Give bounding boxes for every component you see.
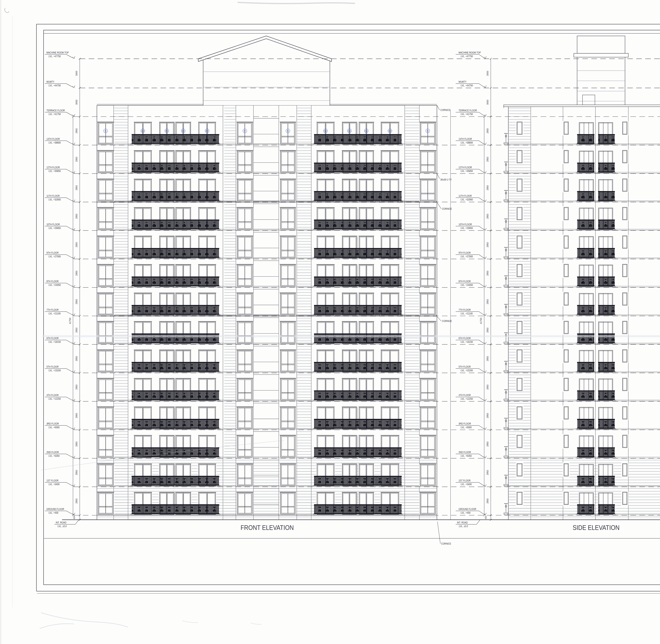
svg-text:DW2: DW2 (324, 130, 327, 132)
svg-text:1ST FLOOR: 1ST FLOOR (46, 479, 58, 482)
svg-text:7TH FLOOR: 7TH FLOOR (458, 308, 471, 311)
svg-text:DW1: DW1 (182, 130, 185, 132)
svg-text:TERRACE FLOOR: TERRACE FLOOR (458, 109, 477, 112)
svg-text:CORNICE: CORNICE (441, 542, 451, 545)
svg-text:7TH FLOOR: 7TH FLOOR (46, 308, 58, 311)
svg-text:LVL. +38800: LVL. +38800 (49, 141, 61, 144)
svg-text:LVL. +21100: LVL. +21100 (49, 312, 61, 315)
svg-text:6TH FLOOR: 6TH FLOOR (458, 337, 471, 340)
svg-text:CORNICE: CORNICE (442, 207, 452, 210)
svg-text:2950: 2950 (486, 385, 489, 390)
svg-text:2950: 2950 (486, 299, 489, 304)
svg-text:MUMTY: MUMTY (46, 80, 54, 83)
svg-text:LVL. +18150: LVL. +18150 (461, 341, 473, 343)
svg-text:LVL. +32900: LVL. +32900 (461, 198, 473, 201)
svg-text:13TH FLOOR: 13TH FLOOR (46, 137, 60, 140)
svg-text:LVL. +12250: LVL. +12250 (49, 397, 61, 400)
svg-text:LVL. +24050: LVL. +24050 (461, 283, 473, 286)
svg-text:2950: 2950 (486, 242, 489, 247)
svg-text:2950: 2950 (486, 157, 489, 162)
svg-text:INT. ROAD: INT. ROAD (457, 521, 468, 524)
svg-text:30x30 U TY: 30x30 U TY (440, 178, 452, 181)
svg-text:LVL. +9300: LVL. +9300 (461, 426, 472, 429)
svg-text:5TH FLOOR: 5TH FLOOR (46, 365, 58, 368)
svg-text:2950: 2950 (75, 413, 78, 418)
svg-text:4TH FLOOR: 4TH FLOOR (458, 394, 471, 397)
svg-text:DW1: DW1 (348, 130, 351, 132)
svg-text:2950: 2950 (486, 356, 489, 361)
svg-text:W1: W1 (104, 130, 107, 132)
svg-text:CORNICE: CORNICE (440, 109, 450, 112)
svg-text:5TH FLOOR: 5TH FLOOR (458, 365, 471, 368)
svg-text:3000: 3000 (75, 100, 78, 105)
svg-text:DW2: DW2 (206, 130, 209, 132)
svg-text:LVL. +3400: LVL. +3400 (49, 483, 60, 486)
svg-text:DW1: DW1 (365, 130, 368, 132)
svg-text:9TH FLOOR: 9TH FLOOR (46, 251, 58, 254)
svg-text:DW1: DW1 (165, 130, 168, 132)
svg-text:LVL. +44750: LVL. +44750 (461, 84, 473, 87)
svg-text:MACHINE ROOM TOP: MACHINE ROOM TOP (458, 51, 481, 54)
svg-text:4TH FLOOR: 4TH FLOOR (46, 394, 58, 397)
svg-text:2950: 2950 (75, 185, 78, 190)
svg-text:11TH FLOOR: 11TH FLOOR (46, 194, 60, 198)
svg-text:2950: 2950 (75, 271, 78, 276)
svg-text:2950: 2950 (75, 442, 78, 446)
svg-text:6TH FLOOR: 6TH FLOOR (46, 337, 58, 340)
svg-text:GROUND FLOOR: GROUND FLOOR (46, 508, 64, 511)
svg-text:LVL. +29950: LVL. +29950 (49, 227, 61, 230)
svg-text:2950: 2950 (75, 356, 78, 361)
svg-text:12TH FLOOR: 12TH FLOOR (46, 166, 60, 169)
svg-text:LVL. +47750: LVL. +47750 (461, 55, 473, 58)
svg-text:TERRACE FLOOR: TERRACE FLOOR (46, 109, 65, 112)
svg-text:LVL. +12250: LVL. +12250 (461, 397, 473, 400)
svg-text:10TH FLOOR: 10TH FLOOR (46, 223, 60, 226)
svg-text:LVL. +47750: LVL. +47750 (49, 55, 61, 58)
svg-text:MUMTY: MUMTY (458, 80, 467, 83)
svg-text:2950: 2950 (486, 214, 489, 219)
svg-text:LVL. +27000: LVL. +27000 (461, 255, 473, 258)
svg-text:LVL. +32900: LVL. +32900 (49, 198, 61, 201)
svg-text:2950: 2950 (486, 185, 489, 190)
svg-text:1ST FLOOR: 1ST FLOOR (458, 479, 471, 482)
svg-text:LVL. +18150: LVL. +18150 (49, 341, 61, 343)
svg-text:13TH FLOOR: 13TH FLOOR (458, 137, 472, 140)
svg-text:3RD FLOOR: 3RD FLOOR (458, 422, 471, 425)
svg-text:MACHINE ROOM TOP: MACHINE ROOM TOP (46, 51, 69, 54)
svg-text:2950: 2950 (486, 271, 489, 276)
svg-text:3000: 3000 (75, 71, 78, 76)
svg-text:9TH FLOOR: 9TH FLOOR (458, 251, 471, 254)
svg-text:2950: 2950 (486, 328, 489, 332)
svg-text:FRONT ELEVATION: FRONT ELEVATION (240, 524, 294, 531)
svg-text:3000: 3000 (486, 71, 489, 76)
svg-text:CORNICE: CORNICE (442, 320, 452, 323)
svg-text:2950: 2950 (75, 470, 78, 475)
svg-text:DW2: DW2 (141, 130, 144, 132)
svg-text:2950: 2950 (486, 413, 489, 418)
svg-text:450: 450 (485, 516, 487, 519)
svg-text:W1: W1 (244, 130, 246, 132)
svg-text:2950: 2950 (486, 470, 489, 475)
svg-text:2950: 2950 (486, 442, 489, 446)
svg-text:2950: 2950 (75, 214, 78, 219)
svg-text:DW2: DW2 (388, 130, 392, 132)
svg-text:2950: 2950 (75, 299, 78, 304)
svg-text:LVL. +450: LVL. +450 (461, 511, 470, 514)
svg-text:W1: W1 (427, 130, 429, 132)
svg-text:LVL. +21100: LVL. +21100 (461, 312, 473, 315)
svg-text:LVL. +35850: LVL. +35850 (49, 170, 61, 172)
svg-text:2950: 2950 (75, 242, 78, 247)
svg-text:LVL. +35850: LVL. +35850 (461, 170, 473, 172)
svg-text:SIDE ELEVATION: SIDE ELEVATION (573, 524, 619, 531)
svg-text:2ND FLOOR: 2ND FLOOR (46, 451, 59, 454)
svg-text:41750: 41750 (69, 318, 71, 324)
svg-text:LVL. +41750: LVL. +41750 (49, 113, 61, 116)
svg-text:LVL. ±0.0: LVL. ±0.0 (57, 525, 67, 528)
svg-text:2950: 2950 (486, 499, 489, 504)
svg-text:LVL. +27000: LVL. +27000 (49, 255, 61, 258)
svg-text:12TH FLOOR: 12TH FLOOR (458, 166, 472, 169)
svg-text:LVL. +15200: LVL. +15200 (461, 369, 473, 372)
svg-text:2ND FLOOR: 2ND FLOOR (458, 451, 471, 454)
svg-text:8TH FLOOR: 8TH FLOOR (46, 280, 58, 283)
svg-text:W1: W1 (287, 130, 289, 132)
